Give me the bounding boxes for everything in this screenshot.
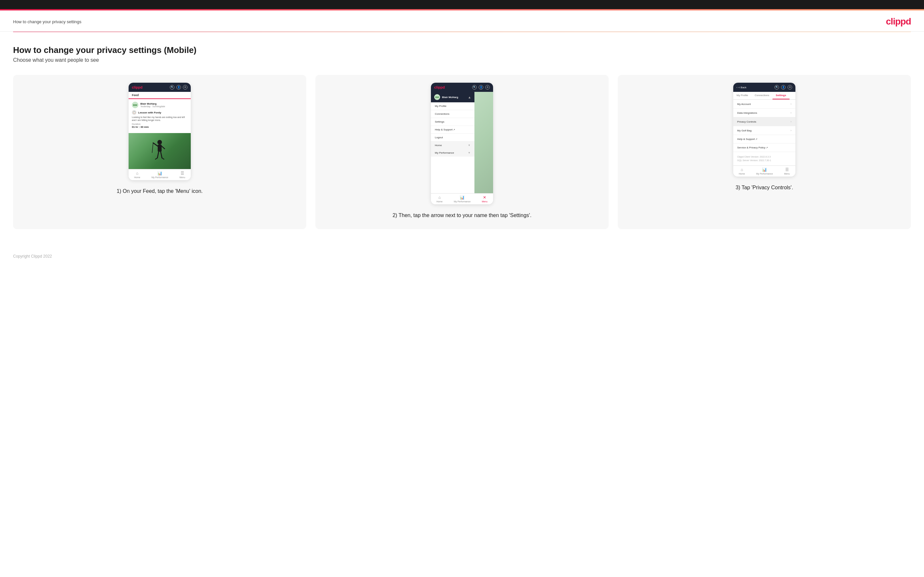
duration-label: Duration [132, 123, 187, 125]
menu-section-home[interactable]: Home ▼ [431, 142, 475, 149]
phone-bottom-nav-2: ⌂ Home 📊 My Performance ✕ Menu [431, 193, 493, 204]
chevron-down-icon-2: ▼ [468, 152, 470, 154]
home-icon-2: ⌂ [438, 195, 441, 200]
phone-logo-2: clippd [434, 85, 445, 89]
home-icon: ⌂ [136, 171, 138, 176]
phone-bottom-nav-3: ⌂ Home 📊 My Performance ☰ Menu [733, 165, 795, 177]
page-subheading: Choose what you want people to see [13, 57, 911, 63]
step2-menu: BM Blair McHarg ▲ My Profile Connections [431, 92, 475, 193]
settings-item-helpsupport[interactable]: Help & Support ↗ [733, 135, 795, 143]
nav-performance-3: 📊 My Performance [756, 168, 773, 175]
phone-logo-1: clippd [132, 85, 142, 89]
settings-item-serviceprivacy[interactable]: Service & Privacy Policy ↗ [733, 143, 795, 152]
tabs-row: My Profile Connections Settings [733, 92, 795, 100]
home-icon-3: ⌂ [741, 168, 743, 172]
nav-menu: ☰ Menu [179, 171, 185, 179]
svg-line-8 [152, 143, 153, 153]
settings-item-mygolfbag[interactable]: My Golf Bag › [733, 126, 795, 135]
phone-mockup-3: ‹ < Back 🔍 👤 ⚙ My Profile Connections Se… [733, 83, 795, 177]
nav-performance: 📊 My Performance [152, 171, 168, 179]
page-heading: How to change your privacy settings (Mob… [13, 45, 911, 55]
chevron-right-icon-4: › [790, 129, 792, 132]
golfer-figure [152, 139, 168, 166]
nav-close[interactable]: ✕ Menu [481, 195, 488, 203]
nav-home-3: ⌂ Home [739, 168, 745, 175]
performance-icon-3: 📊 [762, 168, 767, 172]
back-button[interactable]: ‹ < Back [737, 86, 746, 89]
chevron-right-icon-3: › [790, 120, 792, 123]
chevron-right-icon: › [790, 102, 792, 106]
svg-rect-1 [158, 145, 162, 152]
step-3-description: 3) Tap 'Privacy Controls'. [735, 184, 793, 192]
step-2-description: 2) Then, tap the arrow next to your name… [393, 211, 532, 219]
search-icon-2: 🔍 [472, 85, 477, 90]
chevron-right-icon-2: › [790, 111, 792, 114]
menu-item-settings[interactable]: Settings [431, 118, 475, 126]
copyright: Copyright Clippd 2022 [13, 254, 52, 259]
settings-item-dataintegrations[interactable]: Data Integrations › [733, 108, 795, 118]
svg-line-4 [157, 152, 159, 158]
menu-item-logout[interactable]: Logout [431, 134, 475, 142]
lesson-title: Lesson with Fordy [138, 111, 161, 114]
version-server: GQL Server Version: 2022.7.30-1 [737, 159, 792, 163]
feed-avatar: BM [132, 102, 138, 108]
lesson-title-row: 📋 Lesson with Fordy [132, 110, 187, 115]
phone-back-bar: ‹ < Back 🔍 👤 ⚙ [733, 83, 795, 92]
menu-item-helpsupport[interactable]: Help & Support ↗ [431, 126, 475, 134]
feed-username: Blair McHarg [141, 102, 165, 105]
phone-mockup-1: clippd 🔍 👤 ⚙ Feed BM Blair [129, 83, 191, 180]
logo: clippd [886, 16, 911, 27]
svg-line-5 [161, 152, 162, 158]
phone-header-icons-3: 🔍 👤 ⚙ [774, 85, 792, 90]
phone-mockup-2: clippd 🔍 👤 ⚙ BM Bl [431, 83, 493, 204]
breadcrumb: How to change your privacy settings [13, 19, 81, 24]
footer: Copyright Clippd 2022 [0, 249, 924, 264]
menu-item-connections[interactable]: Connections [431, 110, 475, 118]
phone-header-icons-1: 🔍 👤 ⚙ [170, 85, 187, 90]
header: How to change your privacy settings clip… [0, 10, 924, 32]
lesson-icon: 📋 [132, 110, 136, 115]
lesson-desc: Looking to feel like my hands are exitin… [132, 116, 187, 122]
svg-point-0 [157, 140, 162, 145]
top-bar [0, 0, 924, 9]
settings-item-myaccount[interactable]: My Account › [733, 100, 795, 108]
menu-chevron-up: ▲ [468, 95, 471, 99]
settings-list: My Account › Data Integrations › Privacy… [733, 100, 795, 152]
performance-icon-2: 📊 [460, 195, 465, 200]
tab-myprofile[interactable]: My Profile [733, 92, 751, 99]
menu-section-performance[interactable]: My Performance ▼ [431, 149, 475, 156]
menu-username: Blair McHarg [442, 96, 458, 99]
profile-icon-3: 👤 [781, 85, 786, 90]
menu-item-myprofile[interactable]: My Profile [431, 102, 475, 110]
close-icon: ✕ [483, 195, 486, 200]
menu-icon: ☰ [181, 171, 184, 176]
nav-performance-2: 📊 My Performance [454, 195, 470, 203]
settings-icon: ⚙ [183, 85, 187, 90]
phone-header-1: clippd 🔍 👤 ⚙ [129, 83, 191, 92]
tab-settings[interactable]: Settings [772, 92, 790, 99]
golf-image [129, 133, 191, 169]
nav-home-2: ⌂ Home [436, 195, 443, 203]
nav-menu-3: ☰ Menu [784, 168, 790, 175]
step2-bg [475, 92, 493, 193]
feed-bar: Feed [129, 92, 191, 99]
settings-icon-2: ⚙ [485, 85, 490, 90]
tab-connections[interactable]: Connections [751, 92, 772, 99]
duration-value: 01 hr : 30 min [132, 126, 187, 129]
step2-body: BM Blair McHarg ▲ My Profile Connections [431, 92, 493, 193]
menu-avatar: BM [434, 94, 440, 100]
step-1-card: clippd 🔍 👤 ⚙ Feed BM Blair [13, 75, 306, 229]
version-client: Clippd Client Version: 2022.8.3-3 [737, 155, 792, 159]
feed-user-info: Blair McHarg Yesterday · Sunningdale [141, 102, 165, 108]
nav-home: ⌂ Home [134, 171, 141, 179]
search-icon: 🔍 [170, 85, 174, 90]
phone-header-icons-2: 🔍 👤 ⚙ [472, 85, 490, 90]
settings-item-privacycontrols[interactable]: Privacy Controls › [733, 118, 795, 126]
settings-icon-3: ⚙ [788, 85, 792, 90]
menu-user-row: BM Blair McHarg ▲ [431, 92, 475, 102]
main-content: How to change your privacy settings (Mob… [0, 32, 924, 249]
chevron-down-icon: ▼ [468, 144, 470, 147]
feed-content: BM Blair McHarg Yesterday · Sunningdale … [129, 99, 191, 133]
svg-line-2 [153, 143, 158, 146]
feed-user-row: BM Blair McHarg Yesterday · Sunningdale [132, 102, 187, 108]
